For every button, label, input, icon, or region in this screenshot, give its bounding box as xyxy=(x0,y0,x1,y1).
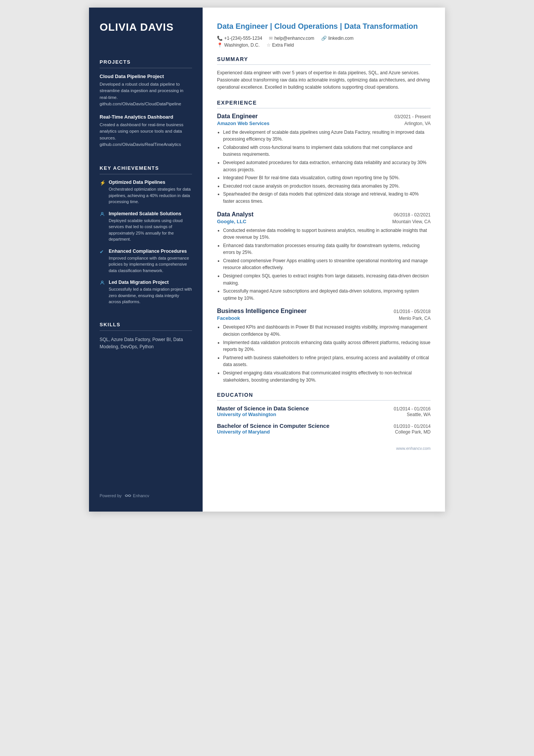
main-footer: www.enhancv.com xyxy=(217,446,431,451)
achievement-desc-4: Successfully led a data migration projec… xyxy=(109,286,192,305)
exp-location-2: Mountain View, CA xyxy=(392,219,431,224)
exp-company-row-1: Amazon Web Services Arlington, VA xyxy=(217,121,431,126)
bullet: Designed complex SQL queries to extract … xyxy=(223,272,431,286)
exp-company-3: Facebook xyxy=(217,315,240,321)
powered-by-label: Powered by xyxy=(100,493,122,498)
exp-header-2: Data Analyst 06/2018 - 02/2021 xyxy=(217,211,431,218)
experience-title: EXPERIENCE xyxy=(217,100,431,106)
edu-school-1: University of Washington xyxy=(217,412,276,417)
skills-divider xyxy=(100,330,192,331)
bullet: Integrated Power BI for real-time data v… xyxy=(223,174,431,182)
achievement-title-2: Implemented Scalable Solutions xyxy=(109,211,192,216)
bullet: Led the development of scalable data pip… xyxy=(223,129,431,143)
edu-location-2: College Park, MD xyxy=(395,429,431,435)
skills-section-title: SKILLS xyxy=(100,322,192,327)
contact-email: ✉ help@enhancv.com xyxy=(269,36,314,41)
achievement-title-3: Enhanced Compliance Procedures xyxy=(109,249,192,254)
exp-header-3: Business Intelligence Engineer 01/2016 -… xyxy=(217,308,431,315)
edu-school-row-1: University of Washington Seattle, WA xyxy=(217,412,431,417)
edu-degree-1: Master of Science in Data Science xyxy=(217,405,309,412)
bullet: Executed root cause analysis on producti… xyxy=(223,183,431,190)
project-title-2: Real-Time Analytics Dashboard xyxy=(100,114,192,120)
achievement-item-2: Implemented Scalable Solutions Deployed … xyxy=(100,211,192,243)
exp-location-3: Menlo Park, CA xyxy=(399,316,431,321)
achievements-divider xyxy=(100,174,192,174)
svg-point-0 xyxy=(101,212,103,214)
bullet: Successfully managed Azure subscriptions… xyxy=(223,288,431,302)
achievement-desc-2: Deployed scalable solutions using cloud … xyxy=(109,218,192,243)
bullet: Enhanced data transformation processes e… xyxy=(223,242,431,256)
achievement-icon-4 xyxy=(100,280,106,286)
svg-point-1 xyxy=(101,281,103,283)
achievement-icon-1: ⚡ xyxy=(100,180,106,186)
edu-header-2: Bachelor of Science in Computer Science … xyxy=(217,423,431,429)
sidebar: OLIVIA DAVIS PROJECTS Cloud Data Pipelin… xyxy=(89,8,203,512)
achievement-item-3: ✔ Enhanced Compliance Procedures Improve… xyxy=(100,249,192,274)
projects-section-title: PROJECTS xyxy=(100,59,192,65)
exp-bullets-2: Conducted extensive data modeling to sup… xyxy=(217,227,431,302)
edu-item-2: Bachelor of Science in Computer Science … xyxy=(217,423,431,435)
bullet: Developed KPIs and dashboards in Power B… xyxy=(223,324,431,338)
email-icon: ✉ xyxy=(269,36,273,41)
bullet: Collaborated with cross-functional teams… xyxy=(223,144,431,158)
skills-text: SQL, Azure Data Factory, Power BI, Data … xyxy=(100,336,192,351)
achievement-desc-3: Improved compliance with data governance… xyxy=(109,255,192,274)
exp-bullets-1: Led the development of scalable data pip… xyxy=(217,129,431,205)
achievement-icon-3: ✔ xyxy=(100,249,106,255)
achievements-section-title: KEY ACHIEVEMENTS xyxy=(100,165,192,171)
exp-date-3: 01/2016 - 05/2018 xyxy=(394,309,431,314)
bullet: Implemented data validation protocols en… xyxy=(223,339,431,353)
contact-linkedin: 🔗 linkedin.com xyxy=(321,36,354,41)
project-desc-1: Developed a robust cloud data pipeline t… xyxy=(100,81,192,107)
achievement-title-4: Led Data Migration Project xyxy=(109,280,192,285)
achievement-icon-2 xyxy=(100,211,106,218)
education-title: EDUCATION xyxy=(217,392,431,398)
exp-company-row-3: Facebook Menlo Park, CA xyxy=(217,315,431,321)
edu-school-2: University of Maryland xyxy=(217,429,270,435)
linkedin-icon: 🔗 xyxy=(321,36,327,41)
enhancv-brand: Enhancv xyxy=(133,493,149,498)
location-icon: 📍 xyxy=(217,42,223,48)
project-title-1: Cloud Data Pipeline Project xyxy=(100,74,192,79)
achievement-desc-1: Orchestrated optimization strategies for… xyxy=(109,186,192,205)
star-icon: ☆ xyxy=(267,42,271,48)
exp-company-2: Google, LLC xyxy=(217,219,246,224)
exp-date-1: 03/2021 - Present xyxy=(395,114,431,119)
bullet: Spearheaded the design of data models th… xyxy=(223,191,431,205)
contact-extra: ☆ Extra Field xyxy=(267,42,294,48)
projects-divider xyxy=(100,68,192,68)
edu-location-1: Seattle, WA xyxy=(407,412,431,417)
bullet: Created comprehensive Power Apps enablin… xyxy=(223,257,431,271)
edu-date-2: 01/2010 - 01/2014 xyxy=(394,424,431,429)
edu-school-row-2: University of Maryland College Park, MD xyxy=(217,429,431,435)
summary-divider xyxy=(217,64,431,65)
achievement-item-1: ⚡ Optimized Data Pipelines Orchestrated … xyxy=(100,180,192,205)
exp-bullets-3: Developed KPIs and dashboards in Power B… xyxy=(217,324,431,383)
contact-row-2: 📍 Washington, D.C. ☆ Extra Field xyxy=(217,42,431,48)
contact-location: 📍 Washington, D.C. xyxy=(217,42,260,48)
project-desc-2: Created a dashboard for real-time busine… xyxy=(100,122,192,148)
exp-company-row-2: Google, LLC Mountain View, CA xyxy=(217,219,431,224)
contact-row: 📞 +1-(234)-555-1234 ✉ help@enhancv.com 🔗… xyxy=(217,36,431,41)
project-item-2: Real-Time Analytics Dashboard Created a … xyxy=(100,114,192,148)
resume-wrapper: OLIVIA DAVIS PROJECTS Cloud Data Pipelin… xyxy=(89,8,445,512)
contact-phone: 📞 +1-(234)-555-1234 xyxy=(217,36,262,41)
sidebar-footer: Powered by Enhancv xyxy=(100,482,192,498)
bullet: Developed automated procedures for data … xyxy=(223,159,431,173)
bullet: Designed engaging data visualizations th… xyxy=(223,369,431,383)
edu-header-1: Master of Science in Data Science 01/201… xyxy=(217,405,431,412)
edu-date-1: 01/2014 - 01/2016 xyxy=(394,406,431,412)
edu-item-1: Master of Science in Data Science 01/201… xyxy=(217,405,431,417)
bullet: Conducted extensive data modeling to sup… xyxy=(223,227,431,241)
summary-text: Experienced data engineer with over 5 ye… xyxy=(217,69,431,91)
exp-date-2: 06/2018 - 02/2021 xyxy=(394,212,431,218)
achievement-title-1: Optimized Data Pipelines xyxy=(109,180,192,185)
main-title: Data Engineer | Cloud Operations | Data … xyxy=(217,21,431,31)
exp-header-1: Data Engineer 03/2021 - Present xyxy=(217,113,431,120)
exp-role-3: Business Intelligence Engineer xyxy=(217,308,307,315)
main-content: Data Engineer | Cloud Operations | Data … xyxy=(203,8,445,512)
phone-icon: 📞 xyxy=(217,36,223,41)
exp-company-1: Amazon Web Services xyxy=(217,121,269,126)
experience-divider xyxy=(217,108,431,108)
candidate-name: OLIVIA DAVIS xyxy=(100,21,192,33)
